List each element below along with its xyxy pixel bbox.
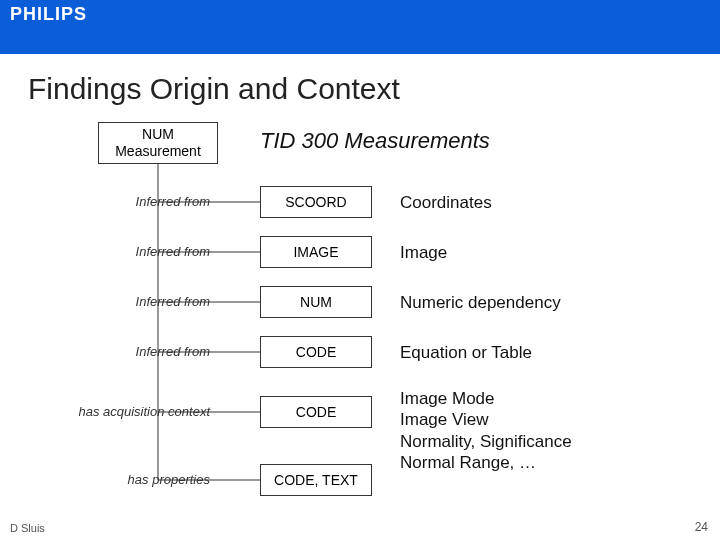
row-label: has acquisition context xyxy=(20,404,210,419)
row-label: has properties xyxy=(20,472,210,487)
diagram-area: NUM Measurement TID 300 Measurements Inf… xyxy=(0,122,720,502)
brand-logo: PHILIPS xyxy=(0,0,97,25)
footer-author: D Sluis xyxy=(10,522,45,534)
root-node: NUM Measurement xyxy=(98,122,218,164)
row-desc: Coordinates xyxy=(400,192,492,213)
code-box: CODE xyxy=(260,396,372,428)
tid-title: TID 300 Measurements xyxy=(260,128,490,154)
row-desc: Equation or Table xyxy=(400,342,532,363)
code-box: IMAGE xyxy=(260,236,372,268)
code-box: SCOORD xyxy=(260,186,372,218)
root-line1: NUM xyxy=(115,126,201,143)
brand-bar: PHILIPS xyxy=(0,0,720,54)
code-box: CODE, TEXT xyxy=(260,464,372,496)
root-line2: Measurement xyxy=(115,143,201,160)
row-desc: Image xyxy=(400,242,447,263)
row-label: Inferred from xyxy=(20,294,210,309)
row-desc: Numeric dependency xyxy=(400,292,561,313)
code-box: NUM xyxy=(260,286,372,318)
row-label: Inferred from xyxy=(20,244,210,259)
page-title: Findings Origin and Context xyxy=(0,54,720,106)
row-desc: Image Mode Image View Normality, Signifi… xyxy=(400,388,572,473)
code-box: CODE xyxy=(260,336,372,368)
row-label: Inferred from xyxy=(20,344,210,359)
row-label: Inferred from xyxy=(20,194,210,209)
page-number: 24 xyxy=(695,520,708,534)
